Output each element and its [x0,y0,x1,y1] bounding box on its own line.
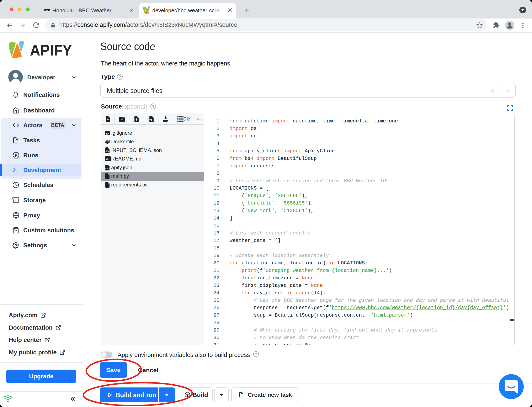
svg-text:C: C [49,9,50,11]
svg-text:git: git [106,132,109,135]
svg-text:B: B [46,9,48,11]
svg-text:</>: </> [105,150,109,153]
svg-text:</>: </> [105,167,109,170]
svg-text:B: B [44,9,45,11]
svg-text:M: M [106,157,108,160]
